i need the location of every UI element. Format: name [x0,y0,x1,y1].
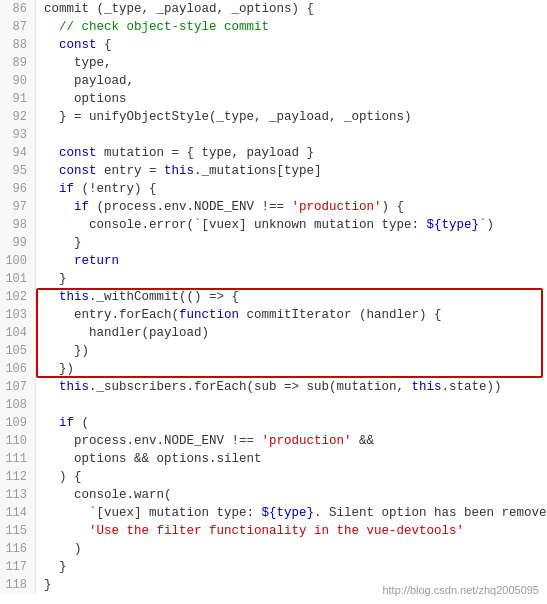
code-row: 100 return [0,252,547,270]
code-row: 96 if (!entry) { [0,180,547,198]
code-row: 117 } [0,558,547,576]
code-row: 103 entry.forEach(function commitIterato… [0,306,547,324]
line-number: 106 [0,360,36,378]
line-number: 115 [0,522,36,540]
code-content: process.env.NODE_ENV !== 'production' && [36,432,547,450]
line-number: 108 [0,396,36,414]
code-content: handler(payload) [36,324,547,342]
line-number: 105 [0,342,36,360]
line-number: 89 [0,54,36,72]
code-row: 92 } = unifyObjectStyle(_type, _payload,… [0,108,547,126]
line-number: 111 [0,450,36,468]
code-content: if (process.env.NODE_ENV !== 'production… [36,198,547,216]
line-number: 96 [0,180,36,198]
code-row: 91 options [0,90,547,108]
code-row: 114 `[vuex] mutation type: ${type}. Sile… [0,504,547,522]
code-content: } [36,270,547,288]
line-number: 113 [0,486,36,504]
code-row: 109 if ( [0,414,547,432]
code-row: 93 [0,126,547,144]
line-number: 87 [0,18,36,36]
code-content: this._subscribers.forEach(sub => sub(mut… [36,378,547,396]
code-row: 108 [0,396,547,414]
code-content: }) [36,360,547,378]
code-row: 112 ) { [0,468,547,486]
code-row: 106 }) [0,360,547,378]
code-content: } = unifyObjectStyle(_type, _payload, _o… [36,108,547,126]
line-number: 100 [0,252,36,270]
code-row: 97 if (process.env.NODE_ENV !== 'product… [0,198,547,216]
code-row: 94 const mutation = { type, payload } [0,144,547,162]
code-content: options && options.silent [36,450,547,468]
code-content: if ( [36,414,547,432]
line-number: 98 [0,216,36,234]
line-number: 88 [0,36,36,54]
code-content: `[vuex] mutation type: ${type}. Silent o… [36,504,547,522]
code-content: console.warn( [36,486,547,504]
code-row: 99 } [0,234,547,252]
code-content: } [36,234,547,252]
code-row: 90 payload, [0,72,547,90]
line-number: 104 [0,324,36,342]
code-row: 89 type, [0,54,547,72]
line-number: 97 [0,198,36,216]
code-row: 88 const { [0,36,547,54]
line-number: 92 [0,108,36,126]
code-content: console.error(`[vuex] unknown mutation t… [36,216,547,234]
watermark: http://blog.csdn.net/zhq2005095 [382,584,539,596]
code-content: const entry = this._mutations[type] [36,162,547,180]
line-number: 109 [0,414,36,432]
line-number: 99 [0,234,36,252]
code-content: this._withCommit(() => { [36,288,547,306]
code-row: 116 ) [0,540,547,558]
code-content: options [36,90,547,108]
line-number: 90 [0,72,36,90]
code-row: 95 const entry = this._mutations[type] [0,162,547,180]
code-content: } [36,558,547,576]
line-number: 102 [0,288,36,306]
code-content: return [36,252,547,270]
code-content: ) [36,540,547,558]
code-row: 101 } [0,270,547,288]
code-content: entry.forEach(function commitIterator (h… [36,306,547,324]
line-number: 94 [0,144,36,162]
code-content: }) [36,342,547,360]
line-number: 101 [0,270,36,288]
code-row: 110 process.env.NODE_ENV !== 'production… [0,432,547,450]
code-content: commit (_type, _payload, _options) { [36,0,547,18]
code-row: 102 this._withCommit(() => { [0,288,547,306]
code-row: 115 'Use the filter functionality in the… [0,522,547,540]
line-number: 103 [0,306,36,324]
line-number: 110 [0,432,36,450]
line-number: 114 [0,504,36,522]
code-row: 86commit (_type, _payload, _options) { [0,0,547,18]
code-content: type, [36,54,547,72]
code-row: 107 this._subscribers.forEach(sub => sub… [0,378,547,396]
code-content: const { [36,36,547,54]
code-container: 86commit (_type, _payload, _options) {87… [0,0,547,604]
line-number: 118 [0,576,36,594]
line-number: 107 [0,378,36,396]
code-row: 87 // check object-style commit [0,18,547,36]
code-row: 98 console.error(`[vuex] unknown mutatio… [0,216,547,234]
code-lines: 86commit (_type, _payload, _options) {87… [0,0,547,594]
code-content: const mutation = { type, payload } [36,144,547,162]
line-number: 112 [0,468,36,486]
line-number: 116 [0,540,36,558]
code-row: 111 options && options.silent [0,450,547,468]
code-content: payload, [36,72,547,90]
code-content: 'Use the filter functionality in the vue… [36,522,547,540]
line-number: 91 [0,90,36,108]
line-number: 93 [0,126,36,144]
line-number: 86 [0,0,36,18]
code-row: 113 console.warn( [0,486,547,504]
code-content: if (!entry) { [36,180,547,198]
code-content: // check object-style commit [36,18,547,36]
code-content: ) { [36,468,547,486]
line-number: 117 [0,558,36,576]
code-row: 104 handler(payload) [0,324,547,342]
code-row: 105 }) [0,342,547,360]
line-number: 95 [0,162,36,180]
